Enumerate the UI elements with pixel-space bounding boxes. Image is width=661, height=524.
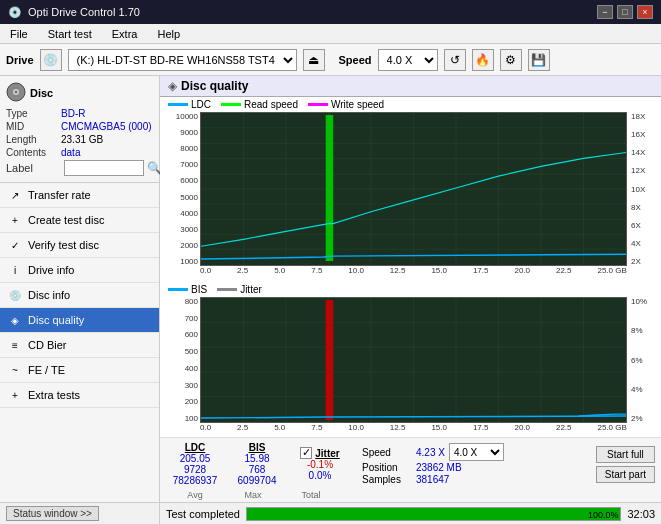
menu-bar: File Start test Extra Help <box>0 24 661 44</box>
nav-item-transfer-rate[interactable]: ↗ Transfer rate <box>0 183 159 208</box>
fe-te-icon: ~ <box>8 363 22 377</box>
disc-panel-icon <box>6 82 26 104</box>
speed-label: Speed <box>339 54 372 66</box>
maximize-button[interactable]: □ <box>617 5 633 19</box>
disc-label-key: Label <box>6 162 61 174</box>
settings-button[interactable]: ⚙ <box>500 49 522 71</box>
action-buttons: Start full Start part <box>596 446 655 483</box>
menu-file[interactable]: File <box>4 27 34 41</box>
status-window-button[interactable]: Status window >> <box>6 506 99 521</box>
nav-item-disc-info[interactable]: 💿 Disc info <box>0 283 159 308</box>
speed-stats: Speed 4.23 X 4.0 X Position 23862 MB Sam… <box>362 443 504 485</box>
toolbar: Drive 💿 (K:) HL-DT-ST BD-RE WH16NS58 TST… <box>0 44 661 76</box>
bis-max: 768 <box>249 464 266 475</box>
jitter-stats: Jitter -0.1% 0.0% <box>290 447 350 481</box>
top-chart <box>200 112 627 266</box>
ldc-avg: 205.05 <box>180 453 211 464</box>
write-speed-legend-label: Write speed <box>331 99 384 110</box>
nav-label-cd-bier: CD Bier <box>28 339 67 351</box>
refresh-button[interactable]: ↺ <box>444 49 466 71</box>
jitter-checkbox[interactable] <box>300 447 312 459</box>
ldc-total: 78286937 <box>173 475 218 486</box>
nav-label-create-test-disc: Create test disc <box>28 214 104 226</box>
verify-test-disc-icon: ✓ <box>8 238 22 252</box>
nav-label-verify-test-disc: Verify test disc <box>28 239 99 251</box>
speed-val: 4.23 X <box>416 447 445 458</box>
speed-select[interactable]: 4.0 X <box>378 49 438 71</box>
jitter-avg: -0.1% <box>307 459 333 470</box>
eject-button[interactable]: ⏏ <box>303 49 325 71</box>
svg-rect-35 <box>326 300 334 420</box>
svg-point-2 <box>15 91 17 93</box>
jitter-legend-color <box>217 288 237 291</box>
chart-header: ◈ Disc quality <box>160 76 661 97</box>
nav-item-drive-info[interactable]: i Drive info <box>0 258 159 283</box>
nav-items: ↗ Transfer rate + Create test disc ✓ Ver… <box>0 183 159 502</box>
progress-bar-fill <box>247 508 620 520</box>
avg-label: Avg <box>166 490 224 500</box>
chart-title: Disc quality <box>181 79 248 93</box>
disc-type-val: BD-R <box>61 108 85 119</box>
progress-bar-container: 100.0% <box>246 507 621 521</box>
nav-label-extra-tests: Extra tests <box>28 389 80 401</box>
nav-label-drive-info: Drive info <box>28 264 74 276</box>
drive-select[interactable]: (K:) HL-DT-ST BD-RE WH16NS58 TST4 <box>68 49 297 71</box>
ldc-legend-color <box>168 103 188 106</box>
progress-text: 100.0% <box>588 508 619 522</box>
disc-length-key: Length <box>6 134 61 145</box>
nav-item-verify-test-disc[interactable]: ✓ Verify test disc <box>0 233 159 258</box>
drive-label: Drive <box>6 54 34 66</box>
stats-labels: Avg Max Total <box>160 490 661 502</box>
chart-header-icon: ◈ <box>168 79 177 93</box>
nav-label-transfer-rate: Transfer rate <box>28 189 91 201</box>
speed-label: Speed <box>362 447 412 458</box>
bottom-chart-legend: BIS Jitter <box>160 282 661 297</box>
position-val: 23862 MB <box>416 462 462 473</box>
bis-avg: 15.98 <box>244 453 269 464</box>
menu-help[interactable]: Help <box>151 27 186 41</box>
bis-total: 6099704 <box>238 475 277 486</box>
start-part-button[interactable]: Start part <box>596 466 655 483</box>
minimize-button[interactable]: − <box>597 5 613 19</box>
bottom-chart <box>200 297 627 423</box>
start-full-button[interactable]: Start full <box>596 446 655 463</box>
disc-panel: Disc Type BD-R MID CMCMAGBA5 (000) Lengt… <box>0 76 159 183</box>
svg-rect-21 <box>326 115 334 261</box>
title-bar: 💿 Opti Drive Control 1.70 − □ × <box>0 0 661 24</box>
save-button[interactable]: 💾 <box>528 49 550 71</box>
bottom-status-bar: Test completed 100.0% 32:03 <box>160 502 661 524</box>
total-label: Total <box>282 490 340 500</box>
disc-type-key: Type <box>6 108 61 119</box>
menu-extra[interactable]: Extra <box>106 27 144 41</box>
time-text: 32:03 <box>627 508 655 520</box>
top-chart-container: 10000 9000 8000 7000 6000 5000 4000 3000… <box>164 112 657 280</box>
cd-bier-icon: ≡ <box>8 338 22 352</box>
nav-item-cd-bier[interactable]: ≡ CD Bier <box>0 333 159 358</box>
bottom-chart-container: 800 700 600 500 400 300 200 100 <box>164 297 657 437</box>
content-area: ◈ Disc quality LDC Read speed Write spee… <box>160 76 661 524</box>
nav-item-extra-tests[interactable]: + Extra tests <box>0 383 159 408</box>
speed-select-stats[interactable]: 4.0 X <box>449 443 504 461</box>
disc-label-input[interactable] <box>64 160 144 176</box>
disc-contents-val: data <box>61 147 80 158</box>
stats-row: LDC 205.05 9728 78286937 BIS 15.98 768 6… <box>160 437 661 490</box>
close-button[interactable]: × <box>637 5 653 19</box>
nav-item-create-test-disc[interactable]: + Create test disc <box>0 208 159 233</box>
nav-item-fe-te[interactable]: ~ FE / TE <box>0 358 159 383</box>
status-text: Test completed <box>166 508 240 520</box>
menu-start-test[interactable]: Start test <box>42 27 98 41</box>
max-label: Max <box>224 490 282 500</box>
read-speed-legend-label: Read speed <box>244 99 298 110</box>
jitter-max: 0.0% <box>309 470 332 481</box>
ldc-legend-label: LDC <box>191 99 211 110</box>
nav-item-disc-quality[interactable]: ◈ Disc quality <box>0 308 159 333</box>
disc-quality-icon: ◈ <box>8 313 22 327</box>
burn-button[interactable]: 🔥 <box>472 49 494 71</box>
ldc-header: LDC <box>185 442 206 453</box>
nav-label-disc-info: Disc info <box>28 289 70 301</box>
ldc-max: 9728 <box>184 464 206 475</box>
drive-icon: 💿 <box>40 49 62 71</box>
bis-legend-label: BIS <box>191 284 207 295</box>
drive-info-icon: i <box>8 263 22 277</box>
disc-contents-key: Contents <box>6 147 61 158</box>
